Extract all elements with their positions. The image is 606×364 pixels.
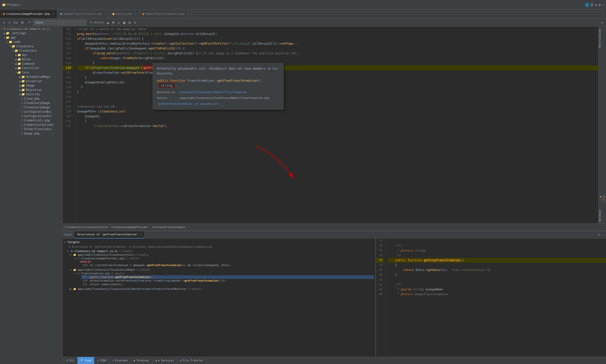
search-query-item[interactable]: Q Occurrences of 'getFreeTransformation'… bbox=[68, 245, 374, 248]
sidebar-item-cloudinaryimage2[interactable]: C CloudinaryImage bbox=[0, 105, 62, 110]
rcode-73 bbox=[388, 238, 606, 243]
search-back-btn[interactable]: ↩ bbox=[7, 20, 11, 25]
global-icon-1[interactable]: 🌐 bbox=[585, 3, 589, 7]
sidebar-item-configbui[interactable]: C ConfigurationBui bbox=[0, 110, 62, 114]
result-line-77[interactable]: 77 public function getFreeTransformation… bbox=[81, 275, 374, 279]
tooltip-box: ⋮ Potentially polymorphic call. DataObje… bbox=[153, 63, 284, 110]
sidebar-item-configint[interactable]: I ConfigurationInt bbox=[0, 114, 62, 118]
result-line-121[interactable]: 121 return !empty($this); bbox=[81, 283, 374, 286]
search-close-full-btn[interactable]: ✕ bbox=[600, 20, 604, 25]
tab-close-3[interactable]: ✕ bbox=[135, 13, 136, 15]
global-icon-4[interactable]: ⚙ bbox=[598, 3, 600, 7]
ok-count: ✓ 3 bbox=[598, 200, 606, 203]
search-options-btn[interactable]: ⚙ bbox=[128, 20, 131, 25]
rcode-76: */ bbox=[388, 253, 606, 258]
find-toolbar-item[interactable]: 🔍 Find bbox=[78, 357, 94, 364]
sidebar-item-app[interactable]: ▾ 📁 app bbox=[0, 35, 62, 40]
sidebar-item-code[interactable]: ▾ 📁 code bbox=[0, 40, 62, 44]
find-minimize-btn[interactable]: — bbox=[601, 233, 606, 236]
status-bar: \Cloudinary\Cloudinary\Core › Cloudinary… bbox=[63, 223, 606, 231]
find-tab-close[interactable]: ✕ bbox=[140, 233, 141, 236]
find-settings-btn[interactable]: ⚙ bbox=[597, 233, 601, 236]
sidebar-item-api[interactable]: ▶ 📁 Api bbox=[0, 53, 62, 57]
result-file-transformation[interactable]: ▾ C Transformation.php 3 results bbox=[74, 272, 374, 275]
result-root-count: 7 results bbox=[119, 250, 132, 253]
sidebar-item-image[interactable]: ▶ 📁 Image bbox=[0, 83, 62, 88]
ln-128: 128 bbox=[63, 104, 73, 109]
tooltip-phpnet-link[interactable]: 'getFreeTransformation' on www.php.net ↗ bbox=[157, 102, 279, 106]
sidebar-item-imagephp[interactable]: C Image.php bbox=[0, 131, 62, 136]
result-file-cloudinaryimageprovider[interactable]: ▾ C CloudinaryImageProvider.php 2 result… bbox=[74, 257, 374, 260]
sidebar-item-foldertrans[interactable]: C FolderTranslator. bbox=[0, 127, 62, 131]
tab-config[interactable]: Config.php ✕ bbox=[110, 10, 139, 18]
sidebar-item-command[interactable]: ▶ 📁 Command bbox=[0, 62, 62, 66]
sidebar-item-exception[interactable]: ▶ 📁 Exception bbox=[0, 79, 62, 83]
project-icon: 📁 bbox=[2, 3, 6, 7]
sidebar-item-cloudinary-inner[interactable]: ▾ 📁 Cloudinary bbox=[0, 49, 62, 53]
sidebar-item-migration[interactable]: ▶ 📁 Migration bbox=[0, 88, 62, 92]
find-tab[interactable]: Occurrences of 'getFreeTransformation' ✕ bbox=[74, 231, 145, 238]
search-prev-btn[interactable]: ▲ bbox=[106, 20, 110, 25]
tab-more-btn[interactable]: ⋮ bbox=[599, 12, 606, 16]
sidebar-item-security[interactable]: ▶ 📁 Security bbox=[0, 92, 62, 96]
tab-close-1[interactable]: ✕ bbox=[53, 13, 54, 15]
result-group-ui[interactable]: ▶ 📁 app/code/Cloudinary/Cloudinary/Ui/Da… bbox=[69, 287, 374, 291]
whole-word-btn[interactable]: W bbox=[20, 20, 24, 25]
regex-btn[interactable]: .* bbox=[26, 20, 32, 25]
code-line-118: return Image::fromPath($origPublicId); bbox=[77, 56, 598, 61]
code-line-130: $imageId, bbox=[77, 114, 598, 119]
tooltip-menu-btn[interactable]: ⋮ bbox=[278, 65, 281, 70]
project-dropdown-icon[interactable]: ▾ bbox=[21, 3, 23, 6]
notifications-panel-label[interactable]: Notifications bbox=[598, 27, 606, 50]
right-code-editor[interactable]: /** * @return string */ public function … bbox=[386, 238, 606, 357]
tab-cloudinary-image-provider[interactable]: CloudinaryImageProvider.php ✕ bbox=[0, 10, 57, 18]
result-group-root[interactable]: ▾ 🖥 cloudinary.m2.tempurl.co.il 7 result… bbox=[66, 249, 374, 253]
code-line-116: if ($mapped && ($origPublicId = $mapped-… bbox=[77, 46, 598, 51]
rcode-78: { bbox=[388, 263, 606, 268]
tab-close-4[interactable]: ✕ bbox=[187, 13, 189, 15]
filetransfer-label: File Transfer bbox=[183, 359, 203, 362]
global-icon-5[interactable]: — bbox=[602, 3, 604, 7]
global-icon-2[interactable]: ☰ bbox=[591, 3, 594, 7]
todo-toolbar-item[interactable]: ☑ TODO bbox=[94, 357, 109, 364]
database-panel-label[interactable]: Database bbox=[598, 208, 606, 223]
sidebar-item-cloudinary-outer[interactable]: ▾ 📁 Cloudinary bbox=[0, 44, 62, 49]
search-close-btn[interactable]: ✕ bbox=[2, 20, 6, 25]
services-toolbar-item[interactable]: ⚙ ⚙ Services bbox=[152, 357, 177, 364]
bottom-panel: Find: Occurrences of 'getFreeTransformat… bbox=[63, 231, 606, 357]
problems-toolbar-item[interactable]: ⚠ Problems bbox=[110, 357, 131, 364]
search-next-btn[interactable]: ▼ bbox=[111, 20, 115, 25]
sidebar-root[interactable]: ▾ 🖥 cloudinary.m2.tempurl.co.il bbox=[0, 27, 62, 31]
tab-close-2[interactable]: ✕ bbox=[105, 13, 106, 15]
global-icon-3[interactable]: ⇅ bbox=[595, 3, 597, 7]
sidebar-item-controller[interactable]: ▶ 📁 Controller bbox=[0, 66, 62, 70]
sidebar-item-cloudinaryimage1[interactable]: C CloudinaryImage bbox=[0, 101, 62, 105]
tab-image-transformation[interactable]: Image/Transformation.php ✕ bbox=[57, 10, 110, 18]
search-layout-btn[interactable]: ▭ bbox=[117, 20, 121, 25]
tab-dot-2 bbox=[60, 13, 62, 15]
rcode-83: * @param string $imageName bbox=[388, 287, 606, 292]
git-toolbar-item[interactable]: ⎇ Git bbox=[63, 357, 78, 364]
sidebar-item-block[interactable]: ▶ 📁 Block bbox=[0, 57, 62, 62]
ln-122: 122 bbox=[63, 75, 73, 80]
search-layout2-btn[interactable]: ▣ bbox=[122, 20, 126, 25]
match-case-btn[interactable]: Cc bbox=[13, 20, 19, 25]
sidebar-item-credentials[interactable]: C Credentials.php bbox=[0, 118, 62, 123]
search-filter-btn[interactable]: ▽ bbox=[133, 20, 137, 25]
sidebar-item-cloud-php[interactable]: C Cloud.php bbox=[0, 96, 62, 101]
result-group-model[interactable]: ▾ 📁 app/code/Cloudinary/Cloudinary/Model… bbox=[69, 268, 374, 272]
sidebar-label-cloudinaryimage2: CloudinaryImage bbox=[24, 106, 50, 109]
result-group-core[interactable]: ▾ 📁 app/code/Cloudinary/Cloudinary/Core … bbox=[69, 253, 374, 257]
sidebar-item-settings[interactable]: ▶ 📁 .settings bbox=[0, 31, 62, 35]
result-line-110[interactable]: 110 $transformation->withFreeform(Freefo… bbox=[81, 279, 374, 283]
terminal-toolbar-item[interactable]: ▶ Terminal bbox=[131, 357, 152, 364]
tab-model-transformation[interactable]: Model/Transformation.php ✕ bbox=[139, 10, 192, 18]
tooltip-declared-link[interactable]: Cloudinary\Cloudinary\Model\Transformati… bbox=[179, 91, 247, 94]
sidebar-item-autoupload[interactable]: ▶ 📁 AutoUploadMapr bbox=[0, 75, 62, 79]
code-editor[interactable]: //Look for a match on the mapping table:… bbox=[75, 27, 598, 223]
filetransfer-toolbar-item[interactable]: ⇄ File Transfer bbox=[177, 357, 207, 364]
sidebar-item-core[interactable]: ▾ 📁 Core bbox=[0, 70, 62, 75]
sidebar-item-credvalid[interactable]: C CredentialValidat bbox=[0, 123, 62, 127]
search-input[interactable] bbox=[33, 20, 87, 26]
result-line-120[interactable]: 120 if (($freeTransformation = $mapped->… bbox=[81, 263, 374, 267]
